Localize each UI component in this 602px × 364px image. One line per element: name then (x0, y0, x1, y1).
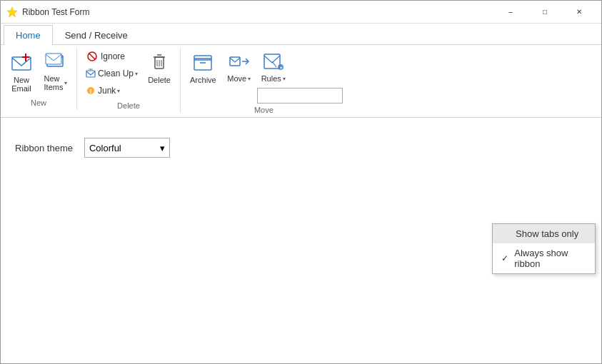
delete-button[interactable]: Delete (143, 48, 176, 88)
new-email-button[interactable]: NewEmail (5, 48, 38, 96)
ignore-button[interactable]: Ignore (81, 48, 141, 65)
ribbon-group-new: NewEmail (1, 48, 77, 110)
new-items-label: NewItems (44, 74, 64, 91)
rules-button[interactable]: ▾ Rules ▾ (257, 48, 290, 85)
junk-chevron-icon: ▾ (117, 88, 120, 94)
ribbon-theme-chevron-icon: ▾ (160, 143, 165, 153)
move-label: Move (227, 74, 246, 83)
ribbon-theme-select[interactable]: Colorful ▾ (84, 138, 170, 158)
title-bar: Ribbon Test Form – □ ✕ (1, 1, 601, 24)
new-items-main[interactable] (39, 48, 72, 74)
ribbon-theme-value: Colorful (89, 143, 121, 153)
move-main[interactable] (223, 48, 256, 74)
context-menu-always-show-ribbon[interactable]: ✓ Always show ribbon (493, 243, 595, 273)
ribbon-theme-row: Ribbon theme Colorful ▾ (15, 138, 587, 158)
cleanup-chevron-icon: ▾ (135, 71, 138, 77)
tab-bar: Home Send / Receive (1, 24, 601, 45)
junk-button[interactable]: ! Junk ▾ (81, 82, 141, 99)
context-menu: Show tabs only ✓ Always show ribbon (492, 223, 596, 274)
ribbon-theme-label: Ribbon theme (15, 143, 73, 153)
cleanup-button[interactable]: Clean Up ▾ (81, 65, 141, 82)
move-dropdown[interactable]: Move ▾ (224, 74, 254, 85)
window-title: Ribbon Test Form (22, 7, 494, 17)
archive-label: Archive (190, 76, 216, 84)
ribbon-group-move: Archive (181, 48, 347, 117)
new-items-chevron-icon: ▾ (64, 80, 67, 86)
app-icon (6, 6, 18, 18)
context-menu-show-tabs-only[interactable]: Show tabs only (493, 224, 595, 243)
always-show-label: Always show ribbon (514, 248, 586, 269)
svg-rect-22 (230, 57, 240, 66)
svg-marker-0 (7, 7, 17, 17)
new-email-icon (10, 51, 33, 74)
junk-label: Junk (98, 86, 116, 96)
show-tabs-label: Show tabs only (516, 228, 578, 239)
new-group-label: New (5, 96, 72, 110)
always-show-checkmark: ✓ (501, 253, 510, 263)
tab-home[interactable]: Home (4, 25, 53, 45)
ribbon-group-delete: Ignore Clean Up ▾ (77, 48, 181, 113)
svg-rect-8 (86, 71, 95, 77)
svg-rect-5 (46, 54, 61, 64)
move-chevron-icon: ▾ (248, 76, 251, 82)
rules-main[interactable]: ▾ (257, 48, 290, 74)
archive-icon (191, 51, 214, 74)
svg-rect-1 (12, 57, 31, 70)
svg-line-7 (89, 54, 95, 59)
rules-chevron-icon: ▾ (283, 76, 286, 82)
search-input[interactable] (257, 88, 343, 103)
junk-icon: ! (85, 85, 96, 96)
archive-button[interactable]: Archive (185, 48, 221, 88)
tab-send-receive[interactable]: Send / Receive (53, 25, 140, 45)
svg-text:▾: ▾ (279, 66, 281, 70)
delete-small-buttons: Ignore Clean Up ▾ (81, 48, 141, 99)
content-area: Ribbon theme Colorful ▾ Show tabs only ✓… (1, 118, 601, 363)
delete-label: Delete (148, 76, 171, 84)
svg-rect-20 (194, 56, 211, 60)
new-email-label: NewEmail (11, 76, 31, 93)
ignore-icon (86, 51, 98, 62)
rules-icon: ▾ (262, 51, 285, 71)
delete-group-items: Ignore Clean Up ▾ (81, 48, 176, 99)
rules-label: Rules (261, 74, 281, 83)
delete-group-label: Delete (81, 99, 176, 113)
new-items-icon (44, 51, 67, 71)
new-group-items: NewEmail (5, 48, 72, 96)
minimize-button[interactable]: – (494, 1, 527, 24)
svg-text:!: ! (90, 88, 92, 95)
show-tabs-checkmark (501, 229, 511, 239)
move-group-label: Move (185, 103, 343, 117)
close-button[interactable]: ✕ (563, 1, 596, 24)
search-box[interactable] (257, 88, 343, 103)
move-group-items: Archive (185, 48, 343, 103)
move-button[interactable]: Move ▾ (223, 48, 256, 85)
maximize-button[interactable]: □ (528, 1, 561, 24)
ignore-label: Ignore (101, 51, 125, 61)
move-icon (228, 51, 251, 71)
main-window: Ribbon Test Form – □ ✕ Home Send / Recei… (0, 0, 602, 364)
cleanup-label: Clean Up (98, 69, 134, 79)
window-controls: – □ ✕ (494, 1, 596, 24)
cleanup-icon (85, 68, 96, 79)
new-items-button[interactable]: NewItems ▾ (39, 48, 72, 93)
ribbon: NewEmail (1, 45, 601, 118)
new-items-dropdown[interactable]: NewItems ▾ (41, 74, 71, 93)
rules-dropdown[interactable]: Rules ▾ (258, 74, 289, 85)
delete-icon (148, 51, 171, 74)
